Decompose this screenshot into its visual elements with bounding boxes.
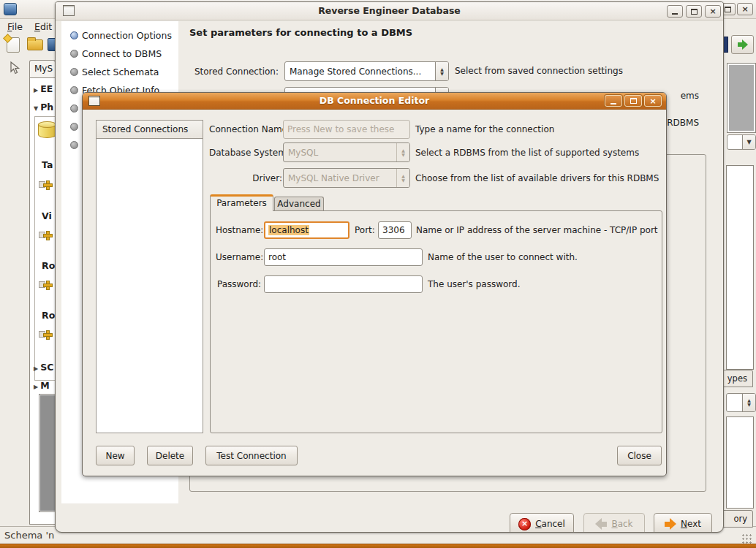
workbench-close-button[interactable]: × — [737, 3, 753, 15]
close-icon: × — [649, 97, 656, 105]
step-connection-options[interactable]: Connection Options — [70, 28, 172, 42]
routines-label: Ro — [42, 260, 55, 271]
add-view-row[interactable] — [39, 232, 56, 239]
port-label: Port: — [355, 221, 378, 239]
add-routine-group-row[interactable] — [39, 331, 56, 338]
hostname-helper: Name or IP address of the server machine… — [416, 225, 658, 235]
stored-connection-dropdown[interactable]: Manage Stored Connections... ▲▼ — [284, 61, 449, 81]
back-button[interactable]: Back — [583, 513, 645, 533]
tables-label: Ta — [42, 159, 53, 170]
close-button[interactable]: Close — [617, 446, 662, 465]
password-input[interactable] — [264, 275, 423, 293]
stored-connection-helper: Select from saved connection settings — [455, 66, 623, 76]
dialog-minimize-button[interactable] — [605, 95, 622, 107]
spinner-arrows-icon: ▲▼ — [435, 62, 448, 80]
wizard-close-button[interactable]: × — [705, 5, 721, 18]
add-plus-icon — [44, 281, 52, 289]
add-routine-row[interactable] — [39, 281, 56, 289]
dialog-close-button[interactable]: × — [644, 95, 662, 107]
minimize-icon — [672, 13, 678, 15]
navigator-preview — [39, 395, 56, 511]
bottom-panel-strip — [0, 544, 756, 548]
step-connect-to-dbms[interactable]: Connect to DBMS — [70, 46, 162, 61]
spinner-arrows-icon: ▲▼ — [396, 169, 409, 187]
step-bullet-icon — [70, 50, 78, 58]
wizard-minimize-button[interactable] — [667, 5, 683, 18]
tab-parameters[interactable]: Parameters — [210, 194, 273, 211]
new-document-icon[interactable] — [7, 37, 20, 53]
database-system-dropdown[interactable]: MySQL ▲▼ — [283, 142, 410, 162]
cursor-tool-icon[interactable] — [9, 61, 20, 77]
back-arrow-icon — [595, 518, 607, 530]
close-icon: × — [741, 5, 748, 13]
hostname-input[interactable]: localhost — [264, 221, 349, 239]
chevron-right-icon: ▶ — [34, 384, 38, 390]
section-physical-schemata[interactable]: ▼Ph — [34, 102, 53, 113]
wizard-maximize-button[interactable] — [686, 5, 702, 18]
section-eer-diagrams[interactable]: ▶EE — [34, 83, 53, 94]
password-helper: The user's password. — [428, 279, 520, 289]
run-button[interactable] — [731, 35, 754, 54]
menu-file[interactable]: File — [7, 21, 23, 32]
port-input[interactable] — [378, 221, 412, 239]
section-schema-privileges[interactable]: ▶SC — [34, 362, 53, 373]
driver-label: Driver: — [209, 168, 282, 188]
page-heading: Set parameters for connecting to a DBMS — [189, 27, 412, 38]
dropdown-arrow-icon: ▼ — [742, 135, 755, 149]
driver-dropdown[interactable]: MySQL Native Driver ▲▼ — [283, 168, 410, 188]
dialog-titlebar[interactable]: DB Connection Editor × — [83, 93, 666, 110]
maximize-icon — [725, 7, 731, 12]
username-helper: Name of the user to connect with. — [428, 252, 578, 262]
side-list-panel[interactable] — [726, 165, 754, 370]
delete-button[interactable]: Delete — [147, 446, 193, 465]
database-system-label: Database System: — [209, 142, 283, 162]
selected-text: localhost — [268, 225, 309, 235]
green-arrow-icon — [738, 39, 748, 50]
chevron-down-icon: ▼ — [34, 105, 38, 112]
database-system-helper: Select a RDBMS from the list of supporte… — [415, 148, 639, 158]
side-white-panel — [726, 416, 754, 509]
maximize-icon — [630, 98, 637, 104]
tab-mysql-model[interactable]: MyS — [29, 60, 56, 78]
cancel-button[interactable]: × Cancel — [510, 513, 574, 533]
section-model-notes[interactable]: ▶M — [34, 380, 50, 391]
dialog-title: DB Connection Editor — [83, 95, 666, 106]
step-bullet-icon — [70, 86, 78, 94]
parameters-panel: Hostname: localhost Port: Name or IP add… — [210, 210, 662, 433]
window-title: Reverse Engineer Database — [56, 5, 723, 16]
schema-card: Ta Vi Ro Ro — [34, 116, 56, 381]
password-label: Password: — [217, 275, 262, 293]
db-connection-editor-dialog: DB Connection Editor × Stored Connection… — [82, 92, 667, 476]
connection-name-label: Connection Name: — [209, 120, 283, 139]
connection-name-helper: Type a name for the connection — [415, 124, 554, 134]
dialog-maximize-button[interactable] — [624, 95, 642, 107]
driver-helper: Choose from the list of available driver… — [415, 173, 659, 183]
test-connection-button[interactable]: Test Connection — [205, 446, 298, 465]
username-input[interactable] — [264, 248, 423, 266]
tab-advanced[interactable]: Advanced — [274, 197, 324, 211]
new-button[interactable]: New — [96, 446, 135, 465]
side-stepper[interactable]: ▲▼ — [726, 393, 756, 412]
add-table-row[interactable] — [39, 181, 56, 189]
open-folder-icon[interactable] — [27, 39, 43, 50]
next-button[interactable]: Next — [654, 513, 712, 533]
database-schema-icon[interactable] — [38, 121, 56, 140]
menu-edit[interactable]: Edit — [34, 21, 52, 32]
spinner-arrows-icon: ▲▼ — [396, 143, 409, 161]
connection-name-input[interactable] — [283, 120, 410, 139]
step-bullet-icon — [70, 141, 78, 149]
step-bullet-icon — [70, 68, 78, 76]
step-select-schemata[interactable]: Select Schemata — [70, 64, 159, 79]
step-bullet-icon — [70, 31, 78, 39]
maximize-icon — [691, 9, 698, 15]
zoom-dropdown[interactable]: ▼ — [727, 134, 756, 150]
resize-grip[interactable] — [741, 533, 753, 544]
add-plus-icon — [44, 331, 52, 339]
wizard-titlebar[interactable]: Reverse Engineer Database × — [56, 2, 723, 20]
status-text: Schema 'n — [4, 530, 54, 541]
minimize-icon — [611, 103, 616, 104]
stored-connections-header[interactable]: Stored Connections — [96, 120, 203, 139]
chevron-right-icon: ▶ — [34, 87, 38, 94]
stored-connections-list[interactable] — [96, 138, 203, 433]
next-arrow-icon — [665, 518, 676, 530]
